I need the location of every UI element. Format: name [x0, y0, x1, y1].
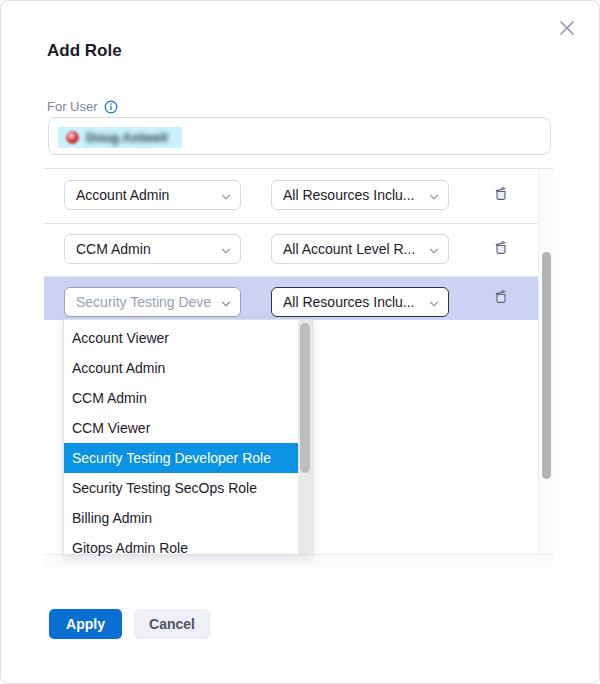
resource-group-value: All Resources Inclu...	[283, 294, 415, 310]
trash-icon	[492, 245, 510, 260]
resource-group-select[interactable]: All Resources Inclu...	[271, 180, 449, 210]
role-row: CCM Admin All Account Level R...	[44, 224, 538, 277]
user-name-redacted: Doug Axtwell	[86, 130, 168, 145]
resource-group-select[interactable]: All Account Level R...	[271, 234, 449, 264]
for-user-label-row: For User	[47, 99, 118, 114]
role-select[interactable]: Account Admin	[64, 180, 241, 210]
chevron-down-icon	[428, 190, 440, 206]
cancel-button[interactable]: Cancel	[134, 609, 210, 639]
role-options-list: Account Viewer Account Admin CCM Admin C…	[64, 323, 299, 563]
dropdown-option-selected[interactable]: Security Testing Developer Role	[64, 443, 299, 473]
for-user-label: For User	[47, 99, 98, 114]
add-role-modal: Add Role For User Doug Axtwell Account A…	[0, 0, 600, 684]
modal-title: Add Role	[47, 41, 122, 61]
role-select-value: Security Testing Deve	[76, 294, 211, 310]
role-row-active: Security Testing Deve All Resources Incl…	[44, 277, 538, 320]
role-select-value: Account Admin	[76, 187, 169, 203]
chevron-down-icon	[220, 244, 232, 260]
close-icon	[558, 25, 576, 40]
for-user-field[interactable]: Doug Axtwell	[48, 117, 551, 155]
scrollbar-thumb[interactable]	[542, 252, 551, 479]
role-select-value: CCM Admin	[76, 241, 151, 257]
trash-icon	[492, 191, 510, 206]
modal-footer: Apply Cancel	[49, 609, 210, 639]
delete-row-button[interactable]	[491, 185, 511, 205]
dropdown-scrollbar[interactable]	[298, 320, 312, 554]
scrollbar-thumb[interactable]	[300, 323, 310, 473]
dropdown-option[interactable]: Account Admin	[64, 353, 299, 383]
dropdown-option[interactable]: CCM Admin	[64, 383, 299, 413]
roles-vertical-scrollbar[interactable]	[538, 169, 553, 555]
dropdown-option[interactable]: CCM Viewer	[64, 413, 299, 443]
resource-group-select[interactable]: All Resources Inclu...	[271, 287, 449, 317]
apply-button[interactable]: Apply	[49, 609, 122, 639]
user-avatar	[66, 131, 79, 144]
chevron-down-icon	[220, 297, 232, 313]
dropdown-option[interactable]: Billing Admin	[64, 503, 299, 533]
dropdown-option[interactable]: Gitops Admin Role	[64, 533, 299, 563]
role-select[interactable]: CCM Admin	[64, 234, 241, 264]
user-chip[interactable]: Doug Axtwell	[58, 127, 182, 148]
resource-group-value: All Resources Inclu...	[283, 187, 415, 203]
dropdown-option[interactable]: Account Viewer	[64, 323, 299, 353]
role-row: Account Admin All Resources Inclu...	[44, 169, 538, 224]
dropdown-option[interactable]: Security Testing SecOps Role	[64, 473, 299, 503]
delete-row-button[interactable]	[491, 288, 511, 308]
chevron-down-icon	[428, 297, 440, 313]
chevron-down-icon	[428, 244, 440, 260]
role-options-dropdown: Account Viewer Account Admin CCM Admin C…	[63, 319, 313, 555]
chevron-down-icon	[220, 190, 232, 206]
info-icon[interactable]	[104, 100, 118, 114]
delete-row-button[interactable]	[491, 239, 511, 259]
trash-icon	[492, 294, 510, 309]
close-button[interactable]	[557, 19, 577, 39]
resource-group-value: All Account Level R...	[283, 241, 415, 257]
role-select-open[interactable]: Security Testing Deve	[64, 287, 241, 317]
